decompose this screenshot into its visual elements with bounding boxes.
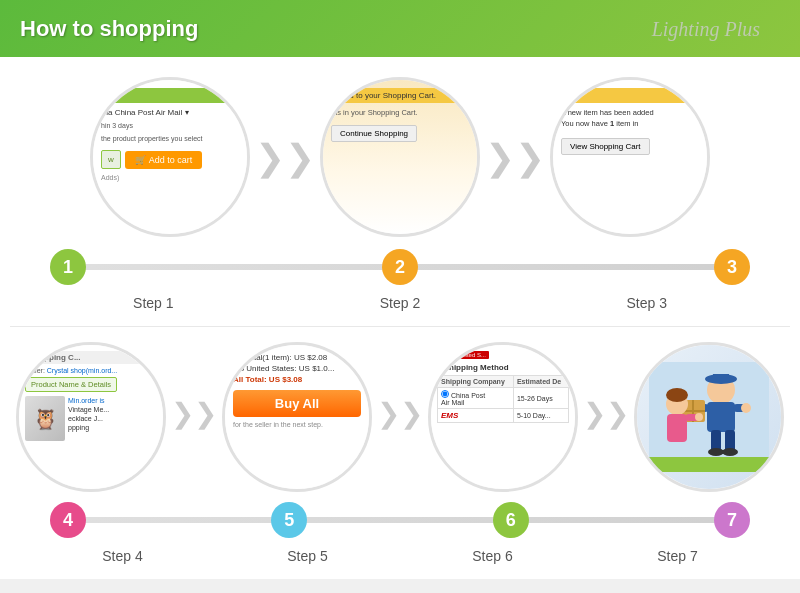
ship-col-1: Shipping Company — [438, 376, 514, 388]
svg-point-14 — [708, 448, 724, 456]
step-4-item: Shopping C... Seller: Crystal shop(min.o… — [16, 342, 166, 492]
step-number-6: 6 — [493, 502, 529, 538]
svg-rect-21 — [649, 457, 769, 472]
step-number-7: 7 — [714, 502, 750, 538]
step-6-item: (s) to United S... e Shipping Method Shi… — [428, 342, 578, 492]
step-5-label: Step 5 — [215, 548, 400, 564]
step5-note: for the seller in the next step. — [233, 421, 361, 428]
china-days: 15-26 Days — [513, 388, 568, 409]
step-6-screen: (s) to United S... e Shipping Method Shi… — [431, 345, 575, 489]
step5-total: All Total: US $3.08 — [233, 375, 361, 384]
page-title: How to shopping — [20, 16, 198, 42]
ship-col-2: Estimated De — [513, 376, 568, 388]
add-to-cart-button[interactable]: 🛒 Add to cart — [125, 151, 203, 169]
step-7-item — [634, 342, 784, 492]
step6-method-title: e Shipping Method — [437, 363, 569, 372]
steps-row-2: Shopping C... Seller: Crystal shop(min.o… — [10, 342, 790, 492]
step-3-label: Step 3 — [523, 295, 770, 311]
step-number-1: 1 — [50, 249, 86, 285]
steps-row-1: g to Via China Post Air Mail ▾ hin 3 day… — [10, 77, 790, 237]
step-5-screen: Subtotal(1 item): US $2.08 t to United S… — [225, 345, 369, 489]
page-header: How to shopping Lighting Plus — [0, 0, 800, 57]
step1-now-btn: w — [101, 150, 121, 169]
step1-ship: Via China Post Air Mail ▾ — [101, 107, 239, 118]
step4-product-row: 🦉 Min.order is Vintage Me... ecklace J..… — [25, 396, 157, 441]
step-1-screenshot: g to Via China Post Air Mail ▾ hin 3 day… — [90, 77, 250, 237]
arrow-1-2: ❯❯ — [255, 137, 315, 179]
step1-delivery: hin 3 days — [101, 121, 239, 131]
arrow-5-6: ❯❯ — [377, 397, 423, 430]
step-2-label: Step 2 — [277, 295, 524, 311]
step1-adds: Adds) — [101, 173, 239, 183]
svg-point-15 — [722, 448, 738, 456]
svg-rect-3 — [713, 374, 729, 382]
step1-bar: g to — [101, 88, 239, 103]
step-number-2: 2 — [382, 249, 418, 285]
step-3-item: ice A new item has been added You now ha… — [550, 77, 710, 237]
step-2-item: dded to your Shopping Cart. ms in your S… — [320, 77, 480, 237]
step1-select-props: the product properties you select — [101, 134, 239, 144]
step5-subtotal: Subtotal(1 item): US $2.08 — [233, 353, 361, 362]
step-2-screenshot: dded to your Shopping Cart. ms in your S… — [320, 77, 480, 237]
step-5-screenshot: Subtotal(1 item): US $2.08 t to United S… — [222, 342, 372, 492]
buy-all-button[interactable]: Buy All — [233, 390, 361, 417]
china-post-radio[interactable] — [441, 390, 449, 398]
ship-row-ems: EMS 5-10 Day... — [438, 409, 569, 423]
ems-logo: EMS — [441, 411, 458, 420]
progress-row-1: 1 2 3 — [20, 249, 780, 285]
step4-product-img: 🦉 — [25, 396, 65, 441]
step-6-label: Step 6 — [400, 548, 585, 564]
step4-details-btn[interactable]: Product Name & Details — [25, 377, 117, 392]
svg-rect-4 — [707, 402, 735, 432]
svg-rect-18 — [667, 414, 687, 442]
ship-row-china: China PostAir Mail 15-26 Days — [438, 388, 569, 409]
shipping-table: Shipping Company Estimated De China Post… — [437, 375, 569, 423]
svg-point-17 — [666, 388, 688, 402]
main-content: g to Via China Post Air Mail ▾ hin 3 day… — [0, 57, 800, 579]
brand-logo: Lighting Plus — [652, 17, 760, 40]
step-number-4: 4 — [50, 502, 86, 538]
step4-seller: Seller: Crystal shop(min.ord... — [25, 367, 157, 374]
step-label-row-1: Step 1 Step 2 Step 3 — [10, 289, 790, 311]
ems-days: 5-10 Day... — [513, 409, 568, 423]
step-1-label: Step 1 — [30, 295, 277, 311]
svg-point-8 — [741, 403, 751, 413]
step3-bar: ice — [561, 88, 699, 103]
step-4-label: Step 4 — [30, 548, 215, 564]
step4-product-desc: Min.order is Vintage Me... ecklace J... … — [68, 396, 109, 441]
step-2-screen: dded to your Shopping Cart. ms in your S… — [323, 80, 477, 234]
continue-shopping-btn[interactable]: Continue Shopping — [331, 125, 417, 142]
step-4-screen: Shopping C... Seller: Crystal shop(min.o… — [19, 345, 163, 489]
step-3-screenshot: ice A new item has been added You now ha… — [550, 77, 710, 237]
step2-bar: dded to your Shopping Cart. — [331, 88, 469, 103]
step5-to-us: t to United States: US $1.0... — [233, 364, 361, 373]
step-label-row-2: Step 4 Step 5 Step 6 Step 7 — [10, 542, 790, 564]
view-cart-btn[interactable]: View Shopping Cart — [561, 138, 650, 155]
step-number-5: 5 — [271, 502, 307, 538]
svg-point-20 — [695, 413, 703, 421]
step-1-item: g to Via China Post Air Mail ▾ hin 3 day… — [90, 77, 250, 237]
step2-items: ms in your Shopping Cart. — [331, 108, 469, 117]
step-1-screen: g to Via China Post Air Mail ▾ hin 3 day… — [93, 80, 247, 234]
delivery-svg — [649, 362, 769, 472]
step-7-screen — [637, 345, 781, 489]
step4-title: Shopping C... — [25, 351, 157, 364]
step-number-3: 3 — [714, 249, 750, 285]
progress-line-2 — [50, 517, 750, 523]
step3-now-have: You now have 1 item in — [561, 119, 699, 128]
step-4-screenshot: Shopping C... Seller: Crystal shop(min.o… — [16, 342, 166, 492]
progress-row-2: 4 5 6 7 — [20, 502, 780, 538]
step6-dest: (s) to United S... — [437, 351, 569, 359]
arrow-4-5: ❯❯ — [171, 397, 217, 430]
step-7-label: Step 7 — [585, 548, 770, 564]
step-6-screenshot: (s) to United S... e Shipping Method Shi… — [428, 342, 578, 492]
arrow-6-7: ❯❯ — [583, 397, 629, 430]
step3-bold-num: 1 — [610, 119, 614, 128]
arrow-2-3: ❯❯ — [485, 137, 545, 179]
step-3-screen: ice A new item has been added You now ha… — [553, 80, 707, 234]
row-divider — [10, 326, 790, 327]
step3-new-item: A new item has been added — [561, 108, 699, 117]
delivery-scene — [637, 345, 781, 489]
step-5-item: Subtotal(1 item): US $2.08 t to United S… — [222, 342, 372, 492]
step-7-screenshot — [634, 342, 784, 492]
